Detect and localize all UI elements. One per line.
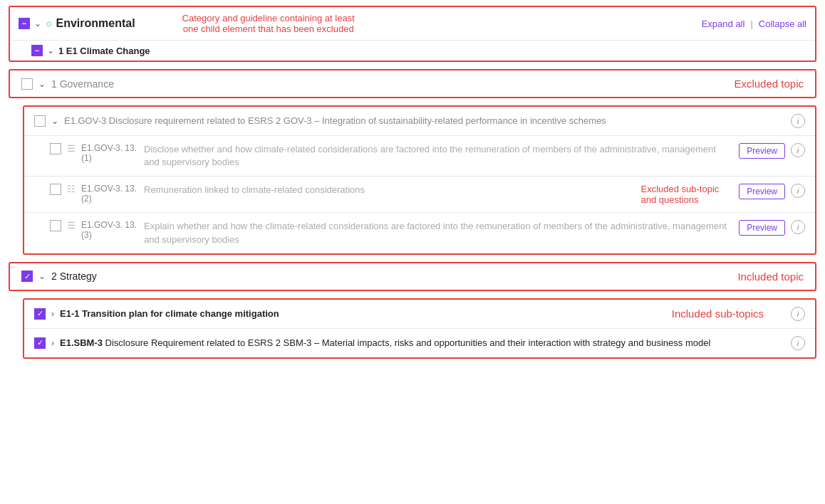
environmental-annotation-text: Category and guideline containing at lea… xyxy=(182,13,355,34)
included-subtopics-section: ✓ › E1-1 Transition plan for climate cha… xyxy=(23,298,816,359)
subtopic1-chevron[interactable]: › xyxy=(51,309,54,319)
q2-id: E1.GOV-3. 13.(2) xyxy=(81,184,138,204)
governance-section: ⌄ 1 Governance Excluded topic xyxy=(9,69,816,98)
collapse-all-link[interactable]: Collapse all xyxy=(759,19,806,29)
question-row-1: ☰ E1.GOV-3. 13.(1) Disclose whether and … xyxy=(24,135,815,176)
subtopic-row-1: ✓ › E1-1 Transition plan for climate cha… xyxy=(24,300,815,329)
strategy-topic-row: ✓ ⌄ 2 Strategy Included topic xyxy=(10,263,815,290)
governance-checkbox[interactable] xyxy=(21,78,33,90)
leaf-icon: ○ xyxy=(46,18,51,29)
subtopic2-checkbox[interactable]: ✓ xyxy=(34,337,46,349)
included-subtopics-annotation: Included sub-topics xyxy=(672,308,764,320)
climate-change-chevron[interactable]: ⌄ xyxy=(47,46,54,56)
environmental-chevron-down[interactable]: ⌄ xyxy=(34,19,41,28)
q1-checkbox[interactable] xyxy=(50,143,61,154)
strategy-checkbox[interactable]: ✓ xyxy=(21,271,33,282)
guideline-title: E1.GOV-3 Disclosure requirement related … xyxy=(64,115,785,127)
q2-info-icon[interactable]: i xyxy=(791,184,805,198)
grid-icon-2: ☷ xyxy=(67,184,76,194)
q1-id: E1.GOV-3. 13.(1) xyxy=(81,143,138,163)
q1-info-icon[interactable]: i xyxy=(791,143,805,157)
governance-annotation: Excluded topic xyxy=(734,78,804,90)
subtopic2-info-icon[interactable]: i xyxy=(791,336,805,350)
question-row-2: ☷ E1.GOV-3. 13.(2) Remuneration linked t… xyxy=(24,176,815,212)
strategy-section: ✓ ⌄ 2 Strategy Included topic xyxy=(9,262,816,291)
environmental-annotation: Category and guideline containing at lea… xyxy=(182,13,355,34)
environmental-header-right: Expand all | Collapse all xyxy=(702,19,806,29)
governance-topic-row: ⌄ 1 Governance Excluded topic xyxy=(10,70,815,97)
lines-icon-1: ☰ xyxy=(67,143,76,154)
q2-text: Remuneration linked to climate-related c… xyxy=(144,184,635,196)
guideline-info-icon[interactable]: i xyxy=(791,114,805,128)
climate-change-row: − ⌄ 1 E1 Climate Change xyxy=(10,40,815,61)
pipe-divider: | xyxy=(750,19,752,29)
subtopic2-chevron[interactable]: › xyxy=(51,338,54,348)
q2-checkbox[interactable] xyxy=(50,184,61,195)
strategy-annotation: Included topic xyxy=(737,271,804,283)
environmental-header-left: − ⌄ ○ Environmental Category and guideli… xyxy=(19,13,702,34)
subtopic-row-2: ✓ › E1.SBM-3 Disclosure Requirement rela… xyxy=(24,329,815,357)
guideline-checkbox[interactable] xyxy=(34,115,46,127)
guideline-chevron[interactable]: ⌄ xyxy=(51,116,58,126)
subtopic2-title: E1.SBM-3 Disclosure Requirement related … xyxy=(60,337,785,350)
q1-preview-button[interactable]: Preview xyxy=(739,143,785,159)
q3-preview-button[interactable]: Preview xyxy=(739,220,785,236)
strategy-label: 2 Strategy xyxy=(51,271,703,282)
subtopic1-info-icon[interactable]: i xyxy=(791,307,805,321)
environmental-checkbox-minus[interactable]: − xyxy=(19,18,30,29)
q1-text: Disclose whether and how climate-related… xyxy=(144,143,733,169)
climate-change-label: 1 E1 Climate Change xyxy=(58,46,150,56)
lines-icon-3: ☰ xyxy=(67,220,76,231)
strategy-chevron[interactable]: ⌄ xyxy=(38,271,46,281)
question-row-3: ☰ E1.GOV-3. 13.(3) Explain whether and h… xyxy=(24,212,815,253)
q2-preview-button[interactable]: Preview xyxy=(739,184,785,199)
environmental-header: − ⌄ ○ Environmental Category and guideli… xyxy=(10,7,815,40)
governance-chevron[interactable]: ⌄ xyxy=(38,79,46,89)
subtopic1-title: E1-1 Transition plan for climate change … xyxy=(60,308,666,320)
subtopic1-checkbox[interactable]: ✓ xyxy=(34,308,46,320)
guideline-section: ⌄ E1.GOV-3 Disclosure requirement relate… xyxy=(23,105,816,255)
q3-checkbox[interactable] xyxy=(50,220,61,231)
guideline-header: ⌄ E1.GOV-3 Disclosure requirement relate… xyxy=(24,107,815,135)
q3-id: E1.GOV-3. 13.(3) xyxy=(81,220,138,240)
governance-label: 1 Governance xyxy=(51,78,700,90)
environmental-title: Environmental xyxy=(56,17,135,30)
q3-info-icon[interactable]: i xyxy=(791,220,805,234)
page-container: − ⌄ ○ Environmental Category and guideli… xyxy=(0,0,825,364)
climate-change-checkbox[interactable]: − xyxy=(31,45,43,56)
q3-text: Explain whether and how the climate-rela… xyxy=(144,220,733,246)
environmental-section: − ⌄ ○ Environmental Category and guideli… xyxy=(9,6,816,62)
excluded-annotation: Excluded sub-topicand questions xyxy=(640,184,719,205)
expand-all-link[interactable]: Expand all xyxy=(702,19,745,29)
